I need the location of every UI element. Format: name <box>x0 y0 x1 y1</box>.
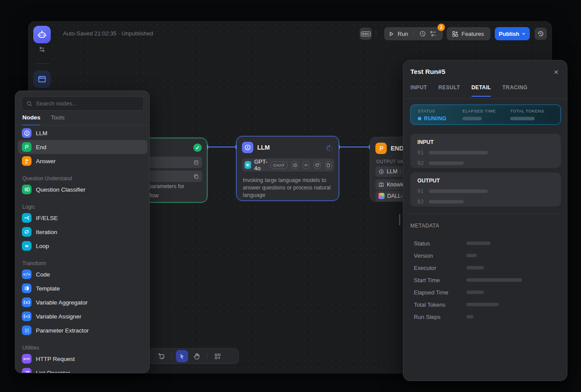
variable-aggregator-icon: {x} <box>22 298 32 307</box>
meta-row-start-time: Start Time <box>403 274 568 286</box>
meta-row-run-steps: Run Steps <box>403 311 568 323</box>
node-item-variable-aggregator[interactable]: {x} Variable Aggregator <box>18 295 147 309</box>
run-button[interactable]: Run <box>398 31 408 37</box>
run-button-group: Run <box>384 27 443 40</box>
template-icon <box>22 284 32 293</box>
node-item-answer[interactable]: Answer <box>18 154 147 168</box>
output-skeleton <box>429 189 488 193</box>
run-tabs-divider <box>403 98 567 99</box>
row-number: 02 <box>417 160 424 166</box>
meta-row-total-tokens: Total Tokens <box>403 298 568 311</box>
running-spinner-icon <box>326 144 333 152</box>
node-item-code[interactable]: </> Code <box>18 267 147 281</box>
tab-tracing[interactable]: TRACING <box>502 84 527 97</box>
tab-input[interactable]: INPUT <box>410 84 427 97</box>
canvas-toolbar <box>136 348 239 364</box>
parameter-extractor-icon <box>22 326 32 335</box>
preferences-sliders-icon[interactable] <box>37 44 47 55</box>
publish-button[interactable]: Publish <box>495 27 530 40</box>
if-else-icon <box>22 213 32 223</box>
audio-badge-icon <box>303 161 309 169</box>
llm-var-icon <box>378 169 384 175</box>
search-input[interactable]: Search nodes... <box>21 96 144 111</box>
knowledge-book-icon <box>378 182 384 188</box>
app-logo-robot-icon[interactable] <box>33 26 51 43</box>
add-note-button[interactable] <box>155 350 168 362</box>
input-skeleton <box>429 161 464 165</box>
elapsed-time-label: ELAPSED TIME <box>462 108 510 113</box>
meta-row-executor: Executor <box>403 262 568 274</box>
start-node-description: parameters for flow <box>149 182 184 200</box>
section-transform: Transform <box>15 258 150 267</box>
features-button[interactable]: Features <box>447 27 490 40</box>
tab-nodes[interactable]: Nodes <box>22 114 40 126</box>
run-history-clock-icon[interactable] <box>419 30 426 37</box>
model-selector[interactable]: GPT-4o CHAT <box>242 158 334 172</box>
copy-field-icon <box>193 174 199 179</box>
autosave-status: Auto-Saved 21:02:35 · Unpublished <box>63 30 153 37</box>
node-item-if-else[interactable]: IF/ELSE <box>18 211 147 225</box>
chevron-down-icon <box>522 32 526 36</box>
input-skeleton <box>429 151 488 154</box>
search-icon <box>26 101 32 107</box>
llm-node[interactable]: LLM GPT-4o CHAT <box>236 136 339 201</box>
node-item-template[interactable]: Template <box>18 281 147 295</box>
hand-tool-button[interactable] <box>191 350 203 362</box>
node-item-end[interactable]: End <box>18 140 147 154</box>
iteration-icon <box>22 227 32 237</box>
canvas-scrollbar[interactable] <box>399 214 400 225</box>
status-label: STATUS <box>418 108 462 113</box>
tab-tools[interactable]: Tools <box>51 114 65 126</box>
node-item-variable-assigner[interactable]: {=} Variable Assigner <box>18 309 147 323</box>
tab-result[interactable]: RESULT <box>438 84 460 97</box>
section-utilities: Utilities <box>15 342 150 352</box>
env-icon: ENV <box>361 32 371 36</box>
publish-label: Publish <box>499 31 519 37</box>
run-panel-title: Test Run#5 <box>410 68 445 75</box>
input-title: INPUT <box>417 139 554 145</box>
metadata-divider <box>410 214 561 214</box>
document-badge-icon <box>325 161 332 169</box>
node-search-panel: Search nodes... Nodes Tools LLM End Answ… <box>15 91 150 373</box>
row-number: 02 <box>417 199 424 205</box>
checklist-warning-badge: 2 <box>438 24 445 31</box>
end-node-title: END <box>391 145 404 152</box>
close-icon[interactable]: ✕ <box>551 67 561 77</box>
node-item-iteration[interactable]: Iteration <box>18 225 147 239</box>
node-item-list-operator[interactable]: List Operator <box>18 366 147 373</box>
node-item-question-classifier[interactable]: Question Classifier <box>18 182 147 196</box>
vision-badge-icon <box>292 161 298 169</box>
edge-llm-to-end <box>339 147 370 147</box>
llm-icon <box>22 128 32 138</box>
pointer-tool-button[interactable] <box>176 350 188 362</box>
tab-detail[interactable]: DETAIL <box>472 84 491 97</box>
robot-icon <box>37 30 47 39</box>
toolbar-divider <box>207 353 207 360</box>
organize-nodes-button[interactable] <box>211 350 224 362</box>
dalle-icon <box>378 193 385 199</box>
group-divider <box>413 31 414 37</box>
features-label: Features <box>462 31 484 37</box>
test-run-panel: Test Run#5 ✕ INPUT RESULT DETAIL TRACING… <box>403 60 567 381</box>
features-icon <box>452 31 458 37</box>
rail-divider <box>34 63 50 64</box>
checklist-icon[interactable] <box>430 30 437 37</box>
tokens-skeleton <box>510 117 535 120</box>
node-item-http-request[interactable]: HTTP HTTP Request <box>18 352 147 366</box>
topbar-divider <box>376 30 376 37</box>
output-skeleton <box>429 200 464 203</box>
version-history-button[interactable] <box>535 28 547 40</box>
image-badge-icon <box>314 161 320 169</box>
preview-window-icon[interactable] <box>33 70 51 88</box>
node-item-parameter-extractor[interactable]: Parameter Extractor <box>18 323 147 337</box>
env-variables-button[interactable]: ENV <box>360 28 372 40</box>
status-dot-icon <box>418 117 421 120</box>
toolbar-divider <box>172 353 172 360</box>
row-number: 01 <box>417 188 424 194</box>
history-icon <box>537 30 544 37</box>
node-item-loop[interactable]: ∞ Loop <box>18 239 147 253</box>
elapsed-skeleton <box>462 117 482 120</box>
end-icon <box>375 143 387 154</box>
node-item-llm[interactable]: LLM <box>18 126 147 140</box>
code-icon: </> <box>22 270 32 279</box>
